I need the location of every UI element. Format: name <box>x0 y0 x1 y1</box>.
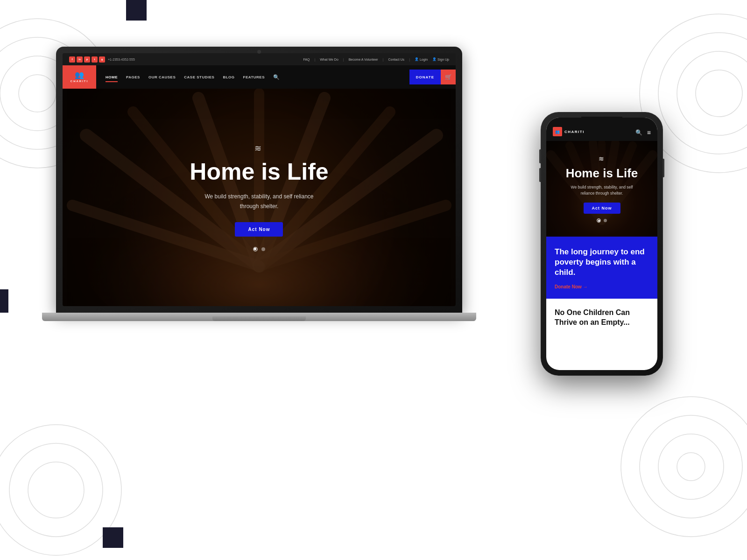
slide-dot-1[interactable] <box>253 247 258 252</box>
hero-wave-symbol: ≋ <box>190 143 328 154</box>
nav-home[interactable]: HOME <box>106 75 118 79</box>
phone-wave-symbol: ≋ <box>566 155 638 162</box>
nav-case-studies[interactable]: CASE STUDIES <box>184 75 214 79</box>
phone-website: 👥 CHARITI 🔍 ≡ <box>546 118 657 370</box>
svg-point-13 <box>9 443 103 537</box>
topbar-faq[interactable]: FAQ <box>303 58 310 61</box>
logo-box: 👥 CHARITI <box>63 65 96 89</box>
svg-point-12 <box>0 425 121 555</box>
phone-logo: 👥 CHARITI <box>553 127 585 136</box>
svg-point-9 <box>640 415 742 518</box>
phone-dot-2[interactable] <box>604 219 607 222</box>
svg-rect-16 <box>0 289 8 313</box>
topbar-contact[interactable]: Contact Us <box>388 58 405 61</box>
phone-blue-title: The long journey to end poverty begins w… <box>555 247 649 278</box>
phone-slider-dots <box>566 218 638 223</box>
laptop: f in p t g +1-2353-4352-555 FAQ | What W… <box>56 47 476 321</box>
laptop-hinge <box>42 313 476 321</box>
svg-rect-18 <box>103 527 123 548</box>
topbar-what-we-do[interactable]: What We Do <box>320 58 338 61</box>
phone-number: +1-2353-4352-555 <box>108 58 135 61</box>
social-p[interactable]: p <box>84 56 90 63</box>
phone: 👥 CHARITI 🔍 ≡ <box>541 112 663 376</box>
nav-our-causes[interactable]: OUR CAUSES <box>148 75 176 79</box>
nav-blog[interactable]: BLOG <box>223 75 234 79</box>
website-navbar: 👥 CHARITI HOME PAGES OUR CAUSES CASE STU… <box>63 65 456 89</box>
hero-content: ≋ Home is Life We build strength, stabil… <box>190 143 328 252</box>
donate-button[interactable]: DONATE <box>409 70 441 84</box>
phone-hero-subtitle: We build strength, stability, and selfre… <box>566 184 638 196</box>
logo-text: CHARITI <box>70 80 88 83</box>
topbar-volunteer[interactable]: Become A Volunteer <box>349 58 378 61</box>
phone-screen: 👥 CHARITI 🔍 ≡ <box>546 118 657 370</box>
slide-dot-2[interactable] <box>261 247 265 251</box>
hero-cta-button[interactable]: Act Now <box>235 222 283 237</box>
phone-outer: 👥 CHARITI 🔍 ≡ <box>541 112 663 376</box>
phone-hero-content: ≋ Home is Life We build strength, stabil… <box>559 155 645 223</box>
phone-logo-text: CHARITI <box>564 130 585 134</box>
svg-rect-15 <box>126 0 147 21</box>
search-icon-nav[interactable]: 🔍 <box>273 74 280 80</box>
phone-donate-link[interactable]: Donate Now → <box>555 284 649 289</box>
website-topbar: f in p t g +1-2353-4352-555 FAQ | What W… <box>63 53 456 65</box>
hero-slider-dots <box>190 247 328 252</box>
nav-pages[interactable]: PAGES <box>126 75 140 79</box>
social-ig[interactable]: g <box>99 56 105 63</box>
cart-button[interactable]: 🛒 <box>441 70 456 84</box>
laptop-screen-bezel: f in p t g +1-2353-4352-555 FAQ | What W… <box>56 47 462 313</box>
hero-title: Home is Life <box>190 158 328 185</box>
svg-point-6 <box>677 51 747 135</box>
phone-hero-title: Home is Life <box>566 166 638 181</box>
laptop-screen: f in p t g +1-2353-4352-555 FAQ | What W… <box>63 53 456 306</box>
phone-white-section: No One Children Can Thrive on an Empty..… <box>546 299 657 337</box>
social-tw[interactable]: t <box>92 56 98 63</box>
phone-hero-cta[interactable]: Act Now <box>584 203 620 214</box>
hero-subtitle: We build strength, stability, and self r… <box>190 192 328 211</box>
svg-point-7 <box>696 70 742 117</box>
phone-white-title: No One Children Can Thrive on an Empty..… <box>555 308 649 328</box>
topbar-login[interactable]: 👤 Login <box>415 57 428 61</box>
phone-dot-1[interactable] <box>597 218 601 223</box>
svg-point-8 <box>621 397 747 537</box>
social-in[interactable]: in <box>77 56 83 63</box>
svg-point-11 <box>677 453 705 481</box>
phone-logo-icon: 👥 <box>553 127 562 136</box>
nav-features[interactable]: FEATURES <box>243 75 265 79</box>
topbar-signup[interactable]: 👤 Sign Up <box>432 57 449 61</box>
phone-menu-icon[interactable]: ≡ <box>647 129 651 136</box>
svg-point-3 <box>19 75 56 112</box>
social-fb[interactable]: f <box>69 56 75 63</box>
hero-section: ≋ Home is Life We build strength, stabil… <box>63 89 456 306</box>
phone-notch <box>581 117 622 127</box>
svg-point-14 <box>28 462 84 518</box>
phone-blue-section: The long journey to end poverty begins w… <box>546 237 657 299</box>
phone-hero: ≋ Home is Life We build strength, stabil… <box>546 141 657 237</box>
svg-point-5 <box>658 33 747 154</box>
laptop-camera <box>257 50 261 54</box>
svg-point-10 <box>658 434 724 499</box>
phone-search-icon[interactable]: 🔍 <box>635 129 642 136</box>
